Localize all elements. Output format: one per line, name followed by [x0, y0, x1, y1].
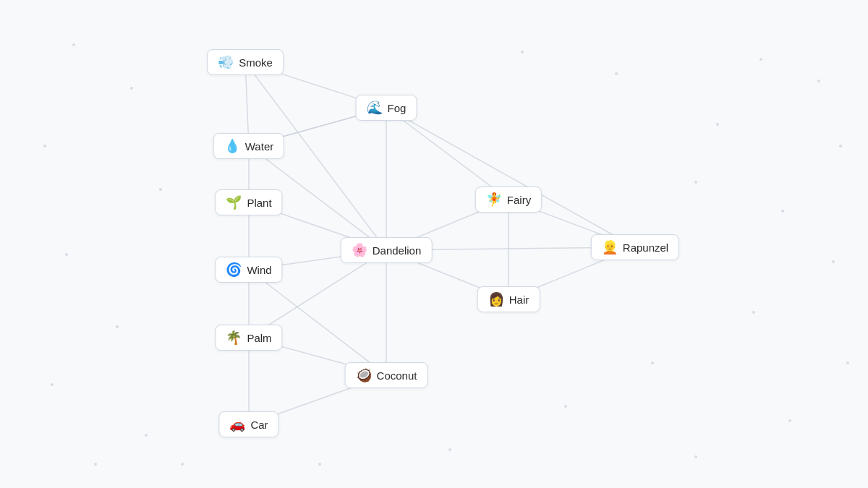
- fog-label: Fog: [388, 102, 407, 114]
- smoke-icon: 💨: [218, 56, 234, 69]
- decorative-dot: [116, 325, 119, 328]
- svg-line-6: [386, 108, 635, 247]
- decorative-dot: [832, 260, 835, 263]
- node-smoke[interactable]: 💨Smoke: [207, 49, 284, 75]
- node-coconut[interactable]: 🥥Coconut: [345, 362, 428, 388]
- decorative-dot: [130, 87, 133, 90]
- smoke-label: Smoke: [239, 56, 273, 69]
- node-hair[interactable]: 👩Hair: [477, 286, 540, 312]
- decorative-dot: [181, 463, 184, 466]
- decorative-dot: [51, 383, 54, 386]
- decorative-dot: [43, 145, 46, 147]
- palm-icon: 🌴: [226, 331, 242, 344]
- wind-icon: 🌀: [226, 263, 242, 276]
- hair-label: Hair: [509, 294, 529, 306]
- decorative-dot: [65, 253, 68, 256]
- decorative-dot: [760, 58, 762, 61]
- hair-icon: 👩: [488, 293, 504, 306]
- decorative-dot: [651, 361, 654, 364]
- svg-line-22: [249, 270, 386, 375]
- decorative-dot: [448, 448, 451, 451]
- plant-label: Plant: [247, 197, 271, 209]
- decorative-dot: [145, 434, 148, 437]
- fairy-label: Fairy: [507, 194, 531, 206]
- decorative-dot: [716, 123, 719, 126]
- decorative-dot: [564, 405, 567, 408]
- decorative-dot: [94, 463, 97, 466]
- coconut-icon: 🥥: [356, 369, 372, 382]
- decorative-dot: [817, 80, 820, 82]
- decorative-dot: [781, 210, 784, 213]
- node-palm[interactable]: 🌴Palm: [215, 325, 282, 351]
- fog-icon: 🌊: [367, 101, 383, 114]
- water-label: Water: [245, 140, 273, 153]
- fairy-icon: 🧚: [486, 193, 502, 206]
- node-water[interactable]: 💧Water: [213, 133, 284, 159]
- decorative-dot: [839, 145, 842, 147]
- rapunzel-icon: 👱: [602, 241, 618, 254]
- node-car[interactable]: 🚗Car: [218, 411, 278, 437]
- node-rapunzel[interactable]: 👱Rapunzel: [591, 234, 679, 260]
- decorative-dot: [615, 72, 618, 75]
- decorative-dot: [521, 51, 524, 53]
- decorative-dot: [788, 419, 791, 422]
- water-icon: 💧: [224, 140, 240, 153]
- decorative-dot: [752, 311, 755, 314]
- decorative-dot: [694, 455, 697, 458]
- decorative-dot: [694, 181, 697, 184]
- plant-icon: 🌱: [226, 196, 242, 209]
- decorative-dot: [846, 361, 849, 364]
- decorative-dot: [72, 43, 75, 46]
- node-fog[interactable]: 🌊Fog: [356, 95, 417, 121]
- decorative-dot: [159, 188, 162, 191]
- dandelion-label: Dandelion: [373, 244, 422, 257]
- decorative-dot: [318, 463, 321, 466]
- car-icon: 🚗: [229, 418, 245, 431]
- wind-label: Wind: [247, 264, 271, 276]
- svg-line-4: [386, 108, 509, 200]
- rapunzel-label: Rapunzel: [623, 241, 668, 254]
- node-fairy[interactable]: 🧚Fairy: [475, 187, 542, 213]
- coconut-label: Coconut: [377, 369, 417, 382]
- node-wind[interactable]: 🌀Wind: [215, 257, 282, 283]
- node-dandelion[interactable]: 🌸Dandelion: [341, 237, 433, 263]
- dandelion-icon: 🌸: [352, 244, 367, 257]
- palm-label: Palm: [247, 332, 271, 344]
- node-plant[interactable]: 🌱Plant: [215, 189, 282, 215]
- car-label: Car: [250, 419, 268, 431]
- edge-canvas: [0, 0, 868, 488]
